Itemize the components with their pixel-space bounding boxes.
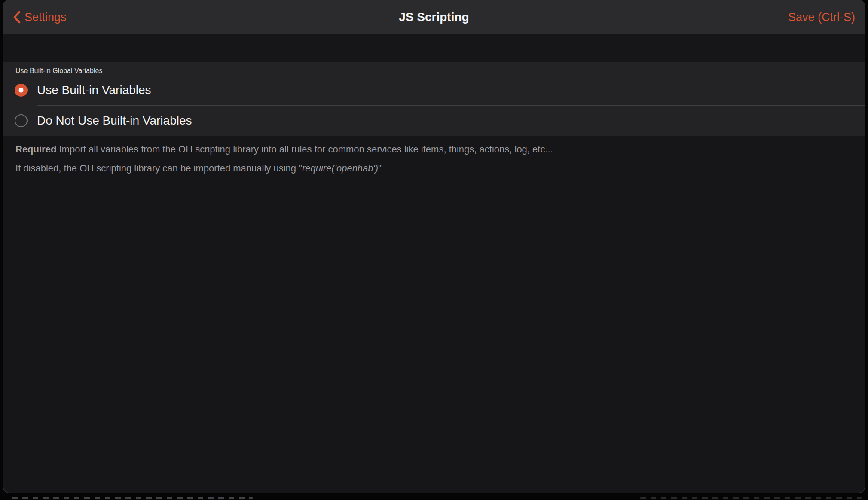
chevron-left-icon [13,11,21,24]
code-reference: require('openhab') [302,163,378,174]
save-button[interactable]: Save (Ctrl-S) [788,11,855,24]
back-button[interactable]: Settings [13,11,67,24]
clipped-background-text-right [640,497,862,499]
setting-group-label: Use Built-in Global Variables [3,62,865,75]
description-line-1: Required Import all variables from the O… [15,143,853,156]
back-button-label: Settings [24,11,67,24]
option-label: Do Not Use Built-in Variables [37,114,192,128]
js-scripting-settings-sheet: Settings JS Scripting Save (Ctrl-S) Use … [3,0,865,493]
spacer-band [3,34,865,62]
radio-button-icon[interactable] [15,114,28,127]
description-line-2: If disabled, the OH scripting library ca… [15,162,853,175]
page-title: JS Scripting [3,10,865,24]
required-emphasis: Required [15,144,56,155]
option-label: Use Built-in Variables [37,83,151,97]
setting-description: Required Import all variables from the O… [3,136,865,181]
clipped-background-text-left [12,497,253,499]
empty-area [3,181,865,493]
option-use-built-in-variables[interactable]: Use Built-in Variables [3,75,865,105]
built-in-variables-setting-group: Use Built-in Global Variables Use Built-… [3,62,865,136]
option-do-not-use-built-in-variables[interactable]: Do Not Use Built-in Variables [3,106,865,136]
navbar: Settings JS Scripting Save (Ctrl-S) [3,0,865,34]
radio-button-icon[interactable] [15,84,28,97]
